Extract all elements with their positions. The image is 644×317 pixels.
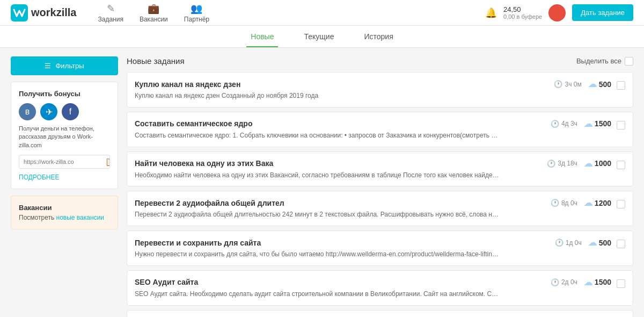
task-content: SEO Аудит сайта 🕐 2д 0ч ☁ 1500 SEO Аудит… <box>135 277 611 299</box>
task-time-value: 8д 0ч <box>561 199 577 207</box>
task-content: Найти человека на одну из этих Вака 🕐 3д… <box>135 158 611 180</box>
sub-nav-tab-history[interactable]: История <box>360 26 397 47</box>
task-header: Куплю канал на яндекс дзен 🕐 3ч 0м ☁ 500 <box>135 79 611 89</box>
task-checkbox[interactable] <box>617 161 625 169</box>
task-title[interactable]: Найти человека на одну из этих Вака <box>135 159 273 168</box>
task-content: Куплю канал на яндекс дзен 🕐 3ч 0м ☁ 500… <box>135 79 611 100</box>
copy-button[interactable]: 📋 <box>102 155 110 168</box>
select-all-row: Выделить все <box>576 57 633 66</box>
bonus-card: Получить бонусы в ✈ f Получи деньги на т… <box>11 82 118 189</box>
task-list: Куплю канал на яндекс дзен 🕐 3ч 0м ☁ 500… <box>127 72 633 317</box>
task-checkbox[interactable] <box>617 121 625 129</box>
select-all-label: Выделить все <box>576 57 621 65</box>
vacancies-card-title: Вакансии <box>19 204 110 212</box>
main-container: ☰ Фильтры Получить бонусы в ✈ f Получи д… <box>0 48 644 317</box>
task-checkbox[interactable] <box>617 200 625 208</box>
task-desc: Составить семантическое ядро: 1. Собрать… <box>135 131 500 140</box>
task-title[interactable]: Куплю канал на яндекс дзен <box>135 80 240 89</box>
sub-nav-tab-current[interactable]: Текущие <box>299 26 338 47</box>
task-time: 🕐 3д 18ч <box>547 160 577 168</box>
avatar[interactable] <box>548 4 566 21</box>
money-icon: ☁ <box>588 237 597 248</box>
partner-icon: 👥 <box>191 3 202 15</box>
money-icon: ☁ <box>584 277 592 287</box>
task-price-value: 1200 <box>595 199 611 207</box>
task-time: 🕐 8д 0ч <box>551 199 577 207</box>
task-title[interactable]: Составить семантическое ядро <box>135 119 252 128</box>
balance-area: 24,50 0,00 в буфере <box>503 5 542 20</box>
referral-input[interactable] <box>19 156 102 168</box>
task-card: Перевести и сохранить для сайта 🕐 1д 0ч … <box>127 230 633 266</box>
task-checkbox[interactable] <box>617 81 625 90</box>
bonus-card-title: Получить бонусы <box>19 90 110 98</box>
svg-rect-0 <box>11 4 28 21</box>
clock-icon: 🕐 <box>551 278 559 286</box>
nav-tab-tasks[interactable]: ✎ Задания <box>98 1 123 25</box>
task-desc: Перевести 2 аудиофайла общей длительност… <box>135 210 500 219</box>
vacancies-link[interactable]: новые вакансии <box>56 214 104 221</box>
vacancies-icon: 💼 <box>148 3 159 15</box>
task-meta: 🕐 3д 18ч ☁ 1000 <box>547 158 611 169</box>
task-desc: Куплю канал на яндекс дзен Созданный до … <box>135 91 500 100</box>
money-icon: ☁ <box>588 79 597 89</box>
task-price: ☁ 1500 <box>584 277 611 287</box>
task-desc: SEO Аудит сайта. Необходимо сделать ауди… <box>135 290 500 299</box>
task-header: Перевести 2 аудиофайла общей длител 🕐 8д… <box>135 198 611 208</box>
header: workzilla ✎ Задания 💼 Вакансии 👥 Партнёр… <box>0 0 644 26</box>
content-title: Новые задания <box>127 56 185 66</box>
task-title[interactable]: Перевести и сохранить для сайта <box>135 239 261 247</box>
content-header: Новые задания Выделить все <box>127 56 633 66</box>
content-area: Новые задания Выделить все Куплю канал н… <box>127 56 633 317</box>
logo-text: workzilla <box>31 6 76 19</box>
task-time-value: 4д 3ч <box>561 120 577 127</box>
notification-bell-icon[interactable]: 🔔 <box>485 7 497 19</box>
task-title[interactable]: SEO Аудит сайта <box>135 278 198 286</box>
task-time: 🕐 4д 3ч <box>551 120 577 128</box>
header-right: 🔔 24,50 0,00 в буфере Дать задание <box>485 4 633 21</box>
task-meta: 🕐 3ч 0м ☁ 500 <box>554 79 611 89</box>
task-content: Составить семантическое ядро 🕐 4д 3ч ☁ 1… <box>135 119 611 140</box>
filter-button[interactable]: ☰ Фильтры <box>11 56 118 75</box>
nav-tab-vacancies[interactable]: 💼 Вакансии <box>140 1 168 25</box>
sidebar: ☰ Фильтры Получить бонусы в ✈ f Получи д… <box>11 56 118 317</box>
sub-nav-tab-new[interactable]: Новые <box>246 26 278 47</box>
vacancies-card-text: Посмотреть новые вакансии <box>19 214 110 221</box>
task-price: ☁ 1200 <box>584 198 611 208</box>
money-icon: ☁ <box>584 119 592 129</box>
clock-icon: 🕐 <box>551 120 559 128</box>
task-desc: Нужно перевести и сохранить для сайта, ч… <box>135 250 500 259</box>
vk-icon[interactable]: в <box>19 103 36 120</box>
task-price-value: 1500 <box>595 278 611 286</box>
task-checkbox[interactable] <box>617 240 625 248</box>
task-price-value: 1000 <box>595 159 611 168</box>
task-card: Найти человека на одну из этих Вака 🕐 3д… <box>127 152 633 187</box>
task-content: Перевести 2 аудиофайла общей длител 🕐 8д… <box>135 198 611 219</box>
logo[interactable]: workzilla <box>11 4 76 21</box>
task-time: 🕐 3ч 0м <box>554 80 581 88</box>
task-time: 🕐 1д 0ч <box>555 239 582 247</box>
task-header: SEO Аудит сайта 🕐 2д 0ч ☁ 1500 <box>135 277 611 287</box>
facebook-icon[interactable]: f <box>62 103 79 120</box>
task-price: ☁ 500 <box>588 237 611 248</box>
task-time-value: 2д 0ч <box>561 278 577 286</box>
task-card: Составить семантическое ядро 🕐 4д 3ч ☁ 1… <box>127 112 633 147</box>
task-title[interactable]: Перевести 2 аудиофайла общей длител <box>135 199 284 207</box>
task-meta: 🕐 8д 0ч ☁ 1200 <box>551 198 611 208</box>
give-task-button[interactable]: Дать задание <box>572 4 633 21</box>
task-meta: 🕐 2д 0ч ☁ 1500 <box>551 277 611 287</box>
bonus-detail-link[interactable]: ПОДРОБНЕЕ <box>19 174 59 181</box>
nav-tab-partner[interactable]: 👥 Партнёр <box>184 1 209 25</box>
task-time-value: 3ч 0м <box>565 81 581 88</box>
select-all-checkbox[interactable] <box>625 57 633 66</box>
task-checkbox[interactable] <box>617 279 625 288</box>
task-content: Перевести и сохранить для сайта 🕐 1д 0ч … <box>135 237 611 259</box>
nav-tab-partner-label: Партнёр <box>184 16 209 23</box>
telegram-icon[interactable]: ✈ <box>40 103 57 120</box>
clock-icon: 🕐 <box>551 199 559 207</box>
main-nav: ✎ Задания 💼 Вакансии 👥 Партнёр <box>98 1 209 25</box>
sub-nav: Новые Текущие История <box>0 26 644 48</box>
clock-icon: 🕐 <box>554 80 562 88</box>
task-desc: Необходимо найти человека на одну из эти… <box>135 171 500 180</box>
task-meta: 🕐 1д 0ч ☁ 500 <box>555 237 611 248</box>
task-card: Куплю канал на яндекс дзен 🕐 3ч 0м ☁ 500… <box>127 72 633 107</box>
